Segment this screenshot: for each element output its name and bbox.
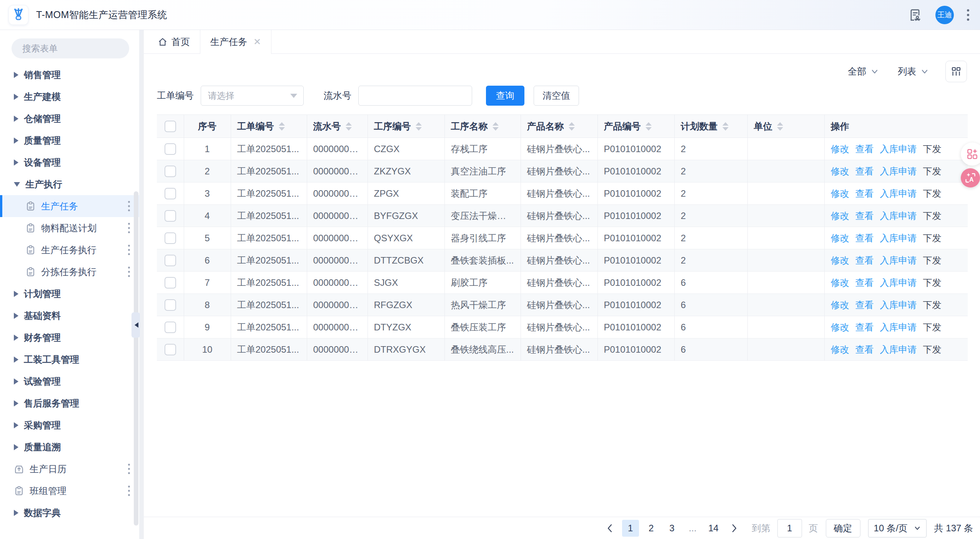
sidebar-item-finance[interactable]: 财务管理 xyxy=(0,327,139,348)
action-inbound-request[interactable]: 入库申请 xyxy=(880,188,917,199)
header-more-menu-icon[interactable] xyxy=(967,9,969,21)
action-edit[interactable]: 修改 xyxy=(831,300,849,310)
sidebar-item-equipment[interactable]: 设备管理 xyxy=(0,151,139,173)
action-edit[interactable]: 修改 xyxy=(831,144,849,154)
sort-icon[interactable] xyxy=(346,122,352,131)
tab-home[interactable]: 首页 xyxy=(157,30,200,53)
action-view[interactable]: 查看 xyxy=(855,211,874,221)
confirm-page-button[interactable]: 确定 xyxy=(826,519,860,537)
action-inbound-request[interactable]: 入库申请 xyxy=(880,277,917,288)
action-release[interactable]: 下发 xyxy=(923,233,942,243)
sidebar-item-data-dictionary[interactable]: 数据字典 xyxy=(0,502,139,524)
page-button-1[interactable]: 1 xyxy=(622,520,639,537)
action-view[interactable]: 查看 xyxy=(855,277,874,288)
sort-icon[interactable] xyxy=(279,122,285,131)
action-edit[interactable]: 修改 xyxy=(831,188,849,199)
prev-page-button[interactable] xyxy=(601,520,618,537)
action-release[interactable]: 下发 xyxy=(923,255,942,265)
action-release[interactable]: 下发 xyxy=(923,166,942,176)
kebab-menu-icon[interactable] xyxy=(128,201,130,211)
action-view[interactable]: 查看 xyxy=(855,188,874,199)
action-inbound-request[interactable]: 入库申请 xyxy=(880,300,917,310)
row-checkbox[interactable] xyxy=(165,255,176,266)
action-view[interactable]: 查看 xyxy=(855,144,874,154)
page-size-select[interactable]: 10 条/页 xyxy=(868,519,927,537)
sidebar-item-quality-trace[interactable]: 质量追溯 xyxy=(0,436,139,458)
close-icon[interactable]: ✕ xyxy=(253,37,261,46)
sidebar-item-team-management[interactable]: 班组管理 xyxy=(0,480,139,502)
sidebar-item-execution[interactable]: 生产执行 xyxy=(0,173,139,195)
layout-settings-button[interactable] xyxy=(945,61,967,82)
page-button-3[interactable]: 3 xyxy=(664,520,681,537)
sidebar-collapse-handle[interactable] xyxy=(131,312,140,338)
sidebar-item-material-delivery-plan[interactable]: 物料配送计划 xyxy=(0,217,139,239)
sidebar-item-plan[interactable]: 计划管理 xyxy=(0,283,139,305)
row-checkbox[interactable] xyxy=(165,344,176,355)
sidebar-item-production-calendar[interactable]: 生产日历 xyxy=(0,458,139,480)
select-all-checkbox[interactable] xyxy=(165,121,176,132)
sort-icon[interactable] xyxy=(416,122,422,131)
action-release[interactable]: 下发 xyxy=(923,144,942,154)
action-inbound-request[interactable]: 入库申请 xyxy=(880,322,917,332)
serial-number-input[interactable] xyxy=(358,86,472,106)
document-approval-icon[interactable] xyxy=(908,8,922,22)
sidebar-search-input[interactable]: 搜索表单 xyxy=(12,38,129,58)
kebab-menu-icon[interactable] xyxy=(128,486,130,496)
clear-button[interactable]: 清空值 xyxy=(534,86,579,106)
sidebar-item-basic-data[interactable]: 基础资料 xyxy=(0,305,139,327)
kebab-menu-icon[interactable] xyxy=(128,267,130,277)
next-page-button[interactable] xyxy=(726,520,743,537)
order-number-select[interactable]: 请选择 xyxy=(201,86,304,106)
action-release[interactable]: 下发 xyxy=(923,344,942,355)
row-checkbox[interactable] xyxy=(165,277,176,289)
action-view[interactable]: 查看 xyxy=(855,233,874,243)
action-release[interactable]: 下发 xyxy=(923,277,942,288)
user-avatar[interactable]: 王迪 xyxy=(935,6,954,24)
row-checkbox[interactable] xyxy=(165,299,176,311)
action-view[interactable]: 查看 xyxy=(855,344,874,355)
action-edit[interactable]: 修改 xyxy=(831,211,849,221)
page-button-2[interactable]: 2 xyxy=(643,520,660,537)
action-inbound-request[interactable]: 入库申请 xyxy=(880,344,917,355)
action-inbound-request[interactable]: 入库申请 xyxy=(880,211,917,221)
sidebar-item-modeling[interactable]: 生产建模 xyxy=(0,86,139,108)
action-view[interactable]: 查看 xyxy=(855,255,874,265)
view-mode-dropdown[interactable]: 列表 xyxy=(898,65,929,78)
action-edit[interactable]: 修改 xyxy=(831,322,849,332)
sidebar-scrollbar[interactable] xyxy=(134,191,138,526)
row-checkbox[interactable] xyxy=(165,322,176,333)
row-checkbox[interactable] xyxy=(165,232,176,244)
row-checkbox[interactable] xyxy=(165,210,176,222)
kebab-menu-icon[interactable] xyxy=(128,223,130,233)
search-button[interactable]: 查询 xyxy=(486,86,524,106)
action-inbound-request[interactable]: 入库申请 xyxy=(880,166,917,176)
action-inbound-request[interactable]: 入库申请 xyxy=(880,255,917,265)
sidebar-item-production-task[interactable]: 生产任务 xyxy=(0,195,139,217)
sidebar-item-after-sales[interactable]: 售后服务管理 xyxy=(0,392,139,414)
sidebar-item-purchase[interactable]: 采购管理 xyxy=(0,414,139,436)
action-inbound-request[interactable]: 入库申请 xyxy=(880,144,917,154)
action-view[interactable]: 查看 xyxy=(855,300,874,310)
action-release[interactable]: 下发 xyxy=(923,211,942,221)
page-button-14[interactable]: 14 xyxy=(705,520,722,537)
action-view[interactable]: 查看 xyxy=(855,166,874,176)
action-edit[interactable]: 修改 xyxy=(831,344,849,355)
filter-all-dropdown[interactable]: 全部 xyxy=(848,65,879,78)
sort-icon[interactable] xyxy=(646,122,652,131)
action-edit[interactable]: 修改 xyxy=(831,166,849,176)
action-release[interactable]: 下发 xyxy=(923,188,942,199)
sort-icon[interactable] xyxy=(722,122,729,131)
action-inbound-request[interactable]: 入库申请 xyxy=(880,233,917,243)
sidebar-item-production-task-exec[interactable]: 生产任务执行 xyxy=(0,239,139,261)
kebab-menu-icon[interactable] xyxy=(128,245,130,255)
action-edit[interactable]: 修改 xyxy=(831,255,849,265)
action-release[interactable]: 下发 xyxy=(923,300,942,310)
sort-icon[interactable] xyxy=(777,122,783,131)
translate-widget-button[interactable]: A xyxy=(961,168,980,187)
action-edit[interactable]: 修改 xyxy=(831,277,849,288)
tab-production-task[interactable]: 生产任务 ✕ xyxy=(200,30,271,54)
sidebar-item-tooling[interactable]: 工装工具管理 xyxy=(0,348,139,370)
goto-page-input[interactable] xyxy=(777,519,802,537)
sort-icon[interactable] xyxy=(569,122,575,131)
row-checkbox[interactable] xyxy=(165,143,176,155)
